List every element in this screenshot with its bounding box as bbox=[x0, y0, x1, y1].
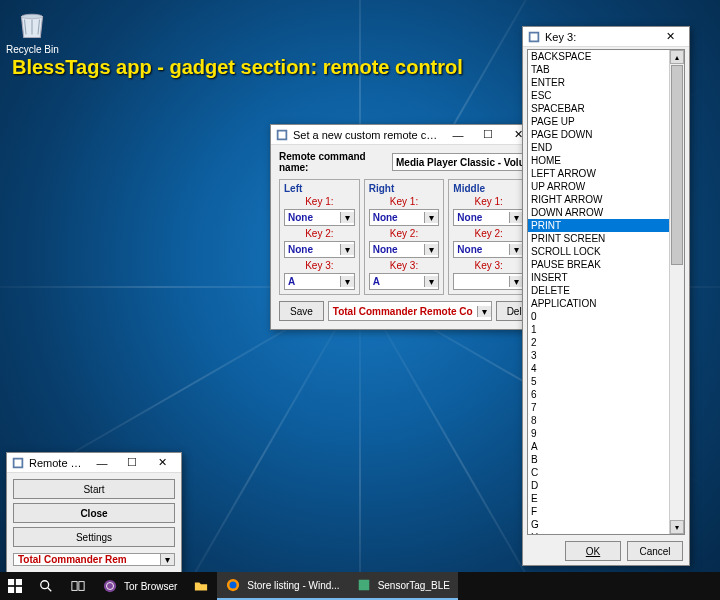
list-item[interactable]: TAB bbox=[528, 63, 669, 76]
search-button[interactable] bbox=[30, 572, 62, 600]
chevron-down-icon[interactable]: ▾ bbox=[340, 276, 354, 287]
scroll-up-button[interactable]: ▴ bbox=[670, 50, 684, 64]
list-item[interactable]: HOME bbox=[528, 154, 669, 167]
close-button[interactable]: ✕ bbox=[147, 454, 177, 472]
list-item[interactable]: G bbox=[528, 518, 669, 531]
list-item[interactable]: SPACEBAR bbox=[528, 102, 669, 115]
chevron-down-icon[interactable]: ▾ bbox=[477, 306, 491, 317]
config-titlebar[interactable]: Set a new custom remote command — ☐ ✕ bbox=[271, 125, 537, 145]
svg-rect-14 bbox=[79, 582, 84, 591]
list-item[interactable]: PAGE DOWN bbox=[528, 128, 669, 141]
list-item[interactable]: PRINT bbox=[528, 219, 669, 232]
list-item[interactable]: END bbox=[528, 141, 669, 154]
list-item[interactable]: LEFT ARROW bbox=[528, 167, 669, 180]
list-item[interactable]: A bbox=[528, 440, 669, 453]
list-item[interactable]: 6 bbox=[528, 388, 669, 401]
task-view-button[interactable] bbox=[62, 572, 94, 600]
taskbar-item-explorer[interactable] bbox=[185, 572, 217, 600]
right-key3-select[interactable]: A▾ bbox=[369, 273, 440, 290]
list-item[interactable]: 2 bbox=[528, 336, 669, 349]
list-item[interactable]: C bbox=[528, 466, 669, 479]
name-label: Remote command name: bbox=[279, 151, 386, 173]
remote-titlebar[interactable]: Remote C... — ☐ ✕ bbox=[7, 453, 181, 473]
chevron-down-icon[interactable]: ▾ bbox=[424, 212, 438, 223]
remote-preset-combo[interactable]: Total Commander Rem▾ bbox=[13, 553, 175, 566]
chevron-down-icon[interactable]: ▾ bbox=[509, 276, 523, 287]
settings-button[interactable]: Settings bbox=[13, 527, 175, 547]
cancel-button[interactable]: Cancel bbox=[627, 541, 683, 561]
taskbar-item-store[interactable]: Store listing - Wind... bbox=[217, 572, 347, 600]
recycle-bin[interactable]: Recycle Bin bbox=[6, 6, 59, 55]
minimize-button[interactable]: — bbox=[87, 454, 117, 472]
left-key1-select[interactable]: None▾ bbox=[284, 209, 355, 226]
list-item[interactable]: 0 bbox=[528, 310, 669, 323]
list-item[interactable]: UP ARROW bbox=[528, 180, 669, 193]
scrollbar[interactable]: ▴ ▾ bbox=[669, 50, 684, 534]
chevron-down-icon[interactable]: ▾ bbox=[509, 212, 523, 223]
app-icon bbox=[356, 577, 372, 593]
middle-key2-select[interactable]: None▾ bbox=[453, 241, 524, 258]
list-item[interactable]: INSERT bbox=[528, 271, 669, 284]
left-key3-select[interactable]: A▾ bbox=[284, 273, 355, 290]
taskbar[interactable]: Tor Browser Store listing - Wind... Sens… bbox=[0, 572, 720, 600]
chevron-down-icon[interactable]: ▾ bbox=[340, 212, 354, 223]
minimize-button[interactable]: — bbox=[443, 126, 473, 144]
config-window[interactable]: Set a new custom remote command — ☐ ✕ Re… bbox=[270, 124, 538, 330]
list-item[interactable]: ENTER bbox=[528, 76, 669, 89]
key-list[interactable]: BACKSPACETABENTERESCSPACEBARPAGE UPPAGE … bbox=[528, 50, 669, 534]
list-item[interactable]: 1 bbox=[528, 323, 669, 336]
list-item[interactable]: PAUSE BREAK bbox=[528, 258, 669, 271]
list-item[interactable]: DOWN ARROW bbox=[528, 206, 669, 219]
list-item[interactable]: SCROLL LOCK bbox=[528, 245, 669, 258]
list-item[interactable]: F bbox=[528, 505, 669, 518]
svg-rect-7 bbox=[8, 579, 14, 585]
list-item[interactable]: APPLICATION bbox=[528, 297, 669, 310]
left-key2-select[interactable]: None▾ bbox=[284, 241, 355, 258]
list-item[interactable]: RIGHT ARROW bbox=[528, 193, 669, 206]
middle-key1-select[interactable]: None▾ bbox=[453, 209, 524, 226]
ok-button[interactable]: OK bbox=[565, 541, 621, 561]
taskbar-item-sensortag[interactable]: SensorTag_BLE bbox=[348, 572, 458, 600]
right-key1-select[interactable]: None▾ bbox=[369, 209, 440, 226]
scroll-thumb[interactable] bbox=[671, 65, 683, 265]
list-item[interactable]: BACKSPACE bbox=[528, 50, 669, 63]
group-left-title: Left bbox=[284, 183, 355, 194]
right-key2-select[interactable]: None▾ bbox=[369, 241, 440, 258]
chevron-down-icon[interactable]: ▾ bbox=[340, 244, 354, 255]
list-item[interactable]: 4 bbox=[528, 362, 669, 375]
chevron-down-icon[interactable]: ▾ bbox=[160, 554, 174, 565]
list-item[interactable]: 5 bbox=[528, 375, 669, 388]
list-item[interactable]: 9 bbox=[528, 427, 669, 440]
list-item[interactable]: B bbox=[528, 453, 669, 466]
key-picker-window[interactable]: Key 3: ✕ BACKSPACETABENTERESCSPACEBARPAG… bbox=[522, 26, 690, 566]
middle-key3-select[interactable]: ▾ bbox=[453, 273, 524, 290]
chevron-down-icon[interactable]: ▾ bbox=[509, 244, 523, 255]
start-button[interactable] bbox=[0, 572, 30, 600]
chevron-down-icon[interactable]: ▾ bbox=[424, 276, 438, 287]
list-item[interactable]: PRINT SCREEN bbox=[528, 232, 669, 245]
maximize-button[interactable]: ☐ bbox=[117, 454, 147, 472]
list-item[interactable]: DELETE bbox=[528, 284, 669, 297]
maximize-button[interactable]: ☐ bbox=[473, 126, 503, 144]
list-item[interactable]: PAGE UP bbox=[528, 115, 669, 128]
list-item[interactable]: 3 bbox=[528, 349, 669, 362]
list-item[interactable]: 7 bbox=[528, 401, 669, 414]
close-button[interactable]: ✕ bbox=[655, 28, 685, 46]
chevron-down-icon[interactable]: ▾ bbox=[424, 244, 438, 255]
scroll-down-button[interactable]: ▾ bbox=[670, 520, 684, 534]
headline-text: BlessTags app - gadget section: remote c… bbox=[12, 56, 463, 79]
list-item[interactable]: 8 bbox=[528, 414, 669, 427]
list-item[interactable]: ESC bbox=[528, 89, 669, 102]
list-item[interactable]: E bbox=[528, 492, 669, 505]
list-item[interactable]: D bbox=[528, 479, 669, 492]
preset-combo[interactable]: Total Commander Remote Co▾ bbox=[328, 301, 492, 321]
remote-window[interactable]: Remote C... — ☐ ✕ Start Close Settings T… bbox=[6, 452, 182, 573]
taskbar-item-tor[interactable]: Tor Browser bbox=[94, 572, 185, 600]
recycle-bin-icon bbox=[14, 6, 50, 42]
list-item[interactable]: H bbox=[528, 531, 669, 534]
key-titlebar[interactable]: Key 3: ✕ bbox=[523, 27, 689, 47]
name-input[interactable] bbox=[392, 153, 529, 171]
save-button[interactable]: Save bbox=[279, 301, 324, 321]
start-button[interactable]: Start bbox=[13, 479, 175, 499]
close-action-button[interactable]: Close bbox=[13, 503, 175, 523]
